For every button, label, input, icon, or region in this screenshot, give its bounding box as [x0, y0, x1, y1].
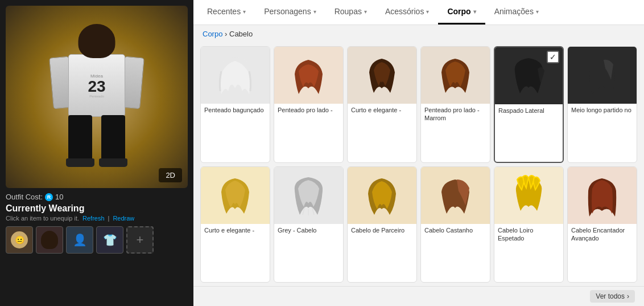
item-card-4[interactable]: Penteado pro lado - Marrom — [420, 46, 490, 163]
ver-todos-row: Ver todos › — [193, 286, 644, 306]
chevron-roupas: ▾ — [364, 9, 367, 15]
chevron-corpo: ▾ — [473, 9, 476, 15]
item-name-2: Penteado pro lado - — [274, 104, 343, 122]
item-thumb-11 — [494, 167, 563, 224]
outfit-cost-label: Outfit Cost: — [6, 193, 43, 201]
item-thumb-5: ✓ — [495, 47, 563, 104]
head-icon — [41, 231, 58, 249]
avatar-item-face[interactable]: 😐 — [6, 226, 33, 254]
breadcrumb-current: Cabelo — [229, 30, 253, 38]
item-thumb-2 — [274, 47, 343, 104]
item-card-8[interactable]: Grey - Cabelo — [274, 166, 344, 283]
character-preview: Midea 23 Penteado 2D — [6, 6, 188, 188]
breadcrumb-parent[interactable]: Corpo — [203, 30, 222, 38]
item-card-12[interactable]: Cabelo Encantador Avançado — [567, 166, 637, 283]
avatar-items-row: 😐 👤 👕 + — [6, 226, 188, 254]
breadcrumb-separator: › — [225, 30, 229, 38]
item-name-12: Cabelo Encantador Avançado — [568, 224, 637, 246]
item-card-3[interactable]: Curto e elegante - — [347, 46, 417, 163]
tab-roupas[interactable]: Roupas ▾ — [325, 0, 376, 25]
checkmark-5: ✓ — [547, 51, 559, 63]
item-name-7: Curto e elegante - — [201, 224, 270, 242]
tab-recentes[interactable]: Recentes ▾ — [198, 0, 255, 25]
outfit-cost-value: 10 — [55, 193, 63, 201]
outfit-cost-row: Outfit Cost: R 10 — [6, 193, 188, 201]
item-thumb-1 — [201, 47, 270, 104]
tab-animacoes[interactable]: Animações ▾ — [485, 0, 548, 25]
chevron-acessorios: ▾ — [426, 9, 429, 15]
item-name-3: Curto e elegante - — [348, 104, 416, 122]
ver-todos-arrow: › — [627, 292, 629, 300]
ver-todos-label: Ver todos — [596, 292, 625, 300]
item-card-1[interactable]: Penteado bagunçado — [200, 46, 270, 163]
item-name-4: Penteado pro lado - Marrom — [421, 104, 490, 126]
item-name-11: Cabelo Loiro Espetado — [494, 224, 563, 246]
item-name-8: Grey - Cabelo — [274, 224, 343, 242]
item-thumb-6 — [568, 47, 637, 104]
add-icon: + — [137, 232, 144, 247]
tab-corpo[interactable]: Corpo ▾ — [438, 0, 485, 25]
robux-icon: R — [45, 193, 53, 201]
face-icon: 😐 — [11, 231, 28, 248]
click-hint-row: Click an item to unequip it. Refresh | R… — [6, 215, 188, 222]
item-thumb-12 — [568, 167, 637, 224]
avatar-item-body[interactable]: 👤 — [66, 226, 93, 254]
view-2d-button[interactable]: 2D — [159, 168, 182, 182]
item-card-9[interactable]: Cabelo de Parceiro — [347, 166, 417, 283]
items-grid: Penteado bagunçadoPenteado pro lado -Cur… — [193, 43, 644, 286]
left-panel: Midea 23 Penteado 2D Outfit Cost: R 10 C… — [0, 0, 193, 306]
tab-acessorios[interactable]: Acessórios ▾ — [376, 0, 438, 25]
click-hint-text: Click an item to unequip it. — [6, 215, 79, 222]
right-panel: Recentes ▾ Personagens ▾ Roupas ▾ Acessó… — [193, 0, 644, 306]
item-name-5: Raspado Lateral — [495, 104, 563, 123]
avatar-item-head[interactable] — [36, 226, 63, 254]
breadcrumb: Corpo › Cabelo — [193, 25, 644, 43]
refresh-link[interactable]: Refresh — [82, 215, 105, 222]
item-card-11[interactable]: Cabelo Loiro Espetado — [494, 166, 564, 283]
chevron-animacoes: ▾ — [536, 9, 539, 15]
item-name-9: Cabelo de Parceiro — [348, 224, 416, 242]
character-figure: Midea 23 Penteado — [51, 23, 142, 171]
redraw-link[interactable]: Redraw — [113, 215, 134, 222]
item-name-1: Penteado bagunçado — [201, 104, 270, 122]
avatar-item-outfit[interactable]: 👕 — [96, 226, 123, 254]
tab-personagens[interactable]: Personagens ▾ — [255, 0, 325, 25]
item-card-10[interactable]: Cabelo Castanho — [420, 166, 490, 283]
currently-wearing-label: Currently Wearing — [6, 203, 188, 214]
item-card-7[interactable]: Curto e elegante - — [200, 166, 270, 283]
item-card-6[interactable]: Meio longo partido no — [567, 46, 637, 163]
body-icon: 👤 — [73, 233, 87, 247]
item-thumb-9 — [348, 167, 416, 224]
item-thumb-8 — [274, 167, 343, 224]
avatar-item-add[interactable]: + — [126, 226, 154, 254]
item-thumb-10 — [421, 167, 490, 224]
outfit-icon: 👕 — [103, 233, 117, 247]
item-name-10: Cabelo Castanho — [421, 224, 490, 242]
item-card-2[interactable]: Penteado pro lado - — [274, 46, 344, 163]
item-name-6: Meio longo partido no — [568, 104, 637, 122]
nav-tabs: Recentes ▾ Personagens ▾ Roupas ▾ Acessó… — [193, 0, 644, 25]
item-thumb-4 — [421, 47, 490, 104]
chevron-personagens: ▾ — [313, 9, 316, 15]
chevron-recentes: ▾ — [243, 9, 246, 15]
item-thumb-3 — [348, 47, 416, 104]
item-card-5[interactable]: ✓Raspado Lateral — [494, 46, 564, 163]
item-thumb-7 — [201, 167, 270, 224]
ver-todos-button[interactable]: Ver todos › — [590, 290, 635, 303]
